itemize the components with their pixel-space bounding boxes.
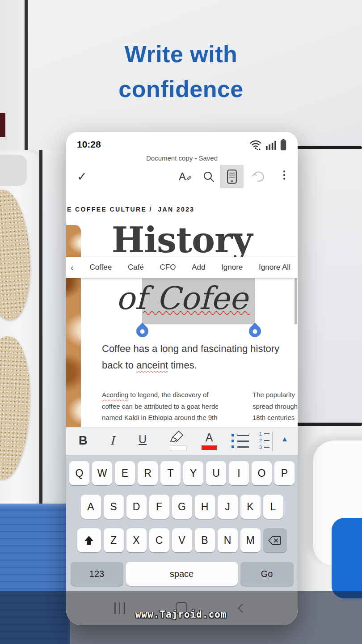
key-j[interactable]: J [218, 495, 238, 519]
background-speckled-keycap [291, 149, 362, 423]
background-key-gap-line [290, 423, 362, 426]
format-text-icon[interactable]: A✎ [179, 170, 186, 183]
key-t[interactable]: T [160, 461, 181, 485]
key-l[interactable]: L [263, 495, 283, 519]
background-tray-edge [0, 155, 27, 186]
suggestion-ignore-all[interactable]: Ignore All [259, 263, 290, 272]
key-d[interactable]: D [126, 495, 147, 519]
bullet-row [232, 445, 249, 448]
background-red-sliver [0, 113, 5, 137]
key-u[interactable]: U [206, 461, 226, 485]
document-scrollbar[interactable] [295, 278, 297, 324]
key-y[interactable]: Y [183, 461, 203, 485]
column-text: to legend, the discovery of [128, 391, 208, 398]
key-n[interactable]: N [218, 528, 238, 552]
mobile-view-button[interactable] [220, 165, 244, 188]
paragraph-line1: Coffee has a long and fascinating histor… [102, 340, 298, 357]
document-eyebrow: E COFFEE CULTURE / JAN 2023 [67, 206, 195, 213]
document-heading-line2: of Cofee [66, 283, 298, 314]
suggestion-add[interactable]: Add [192, 263, 205, 272]
document-column-left: Acording to legend, the discovery of cof… [102, 389, 218, 424]
bullet-row [232, 440, 249, 442]
signal-icon [266, 140, 277, 150]
shift-icon [84, 536, 93, 541]
hero-title: Write with confidence [0, 37, 362, 106]
undo-icon[interactable] [251, 169, 265, 183]
key-b[interactable]: B [195, 528, 215, 552]
underline-button[interactable]: U [139, 433, 147, 446]
wifi-icon [249, 139, 262, 151]
shift-icon-stem [87, 541, 91, 545]
key-x[interactable]: X [126, 528, 147, 552]
italic-button[interactable]: I [110, 434, 114, 447]
collapse-keyboard-icon[interactable]: ▲ [281, 435, 288, 443]
keyboard-row-2: A S D F G H J K L [66, 495, 298, 519]
key-h[interactable]: H [195, 495, 215, 519]
key-r[interactable]: R [138, 461, 158, 485]
document-paragraph: Coffee has a long and fascinating histor… [102, 340, 298, 373]
toolbar-divider [272, 432, 273, 451]
numbers-key[interactable]: 123 [71, 562, 123, 586]
suggestion-ignore[interactable]: Ignore [221, 263, 243, 272]
highlight-color-swatch [169, 445, 187, 450]
misspelled-word: Acording [102, 391, 128, 398]
background-blue-keycap [332, 518, 362, 598]
paragraph-text: times. [168, 360, 197, 371]
phone-mockup: 10:28 Document copy - Saved ✓ A✎ [66, 132, 298, 625]
document-title: Document copy - Saved [66, 154, 298, 162]
key-o[interactable]: O [252, 461, 272, 485]
key-g[interactable]: G [172, 495, 192, 519]
latte-art-image [66, 225, 81, 427]
suggestion-coffee[interactable]: Coffee [89, 263, 112, 272]
column-line: coffee can be attributed to a goat herde… [102, 401, 218, 412]
key-w[interactable]: W [92, 461, 112, 485]
numbered-list-button[interactable]: 1 2 3 [259, 431, 269, 450]
bold-button[interactable]: B [79, 434, 88, 448]
column-line: Acording to legend, the discovery of [102, 389, 218, 401]
column-line: named Kaldi in Ethiopia around the 9th [102, 412, 218, 424]
numbered-row: 2 [259, 438, 269, 443]
android-navbar [66, 591, 298, 625]
key-q[interactable]: Q [69, 461, 89, 485]
go-key[interactable]: Go [240, 562, 294, 586]
document-heading-line1: History [66, 223, 298, 258]
key-c[interactable]: C [149, 528, 169, 552]
backspace-key[interactable] [263, 528, 287, 552]
numbered-row: 3 [259, 445, 269, 450]
key-f[interactable]: F [149, 495, 169, 519]
battery-icon [280, 139, 286, 151]
overflow-menu-icon[interactable]: ⋮ [279, 169, 290, 181]
space-key[interactable]: space [126, 562, 238, 586]
key-z[interactable]: Z [104, 528, 124, 552]
key-k[interactable]: K [240, 495, 261, 519]
suggestion-back-icon[interactable]: ‹ [71, 263, 74, 273]
key-e[interactable]: E [115, 461, 135, 485]
accept-check-icon[interactable]: ✓ [77, 169, 87, 184]
column-line: The popularity [253, 389, 298, 401]
key-p[interactable]: P [274, 461, 295, 485]
key-s[interactable]: S [104, 495, 124, 519]
suggestion-cafe[interactable]: Café [128, 263, 144, 272]
hero-title-line1: Write with [0, 37, 362, 72]
key-i[interactable]: I [229, 461, 249, 485]
spellcheck-suggestion-bar: ‹ Coffee Café CFO Add Ignore Ignore All [66, 257, 298, 278]
bullet-list-button[interactable] [232, 434, 249, 448]
spellcheck-squiggle [143, 311, 254, 315]
document-column-right: The popularity spread through 18th centu… [253, 389, 298, 424]
font-color-letter: A [206, 431, 213, 444]
keyboard-row-1: Q W E R T Y U I O P [66, 461, 298, 485]
font-color-button[interactable]: A [201, 431, 217, 444]
highlighter-button[interactable] [168, 430, 188, 453]
search-icon[interactable] [202, 170, 215, 183]
key-a[interactable]: A [81, 495, 101, 519]
suggestion-cfo[interactable]: CFO [160, 263, 176, 272]
key-v[interactable]: V [172, 528, 192, 552]
shift-key[interactable] [77, 528, 101, 552]
backspace-icon [268, 536, 282, 545]
keyboard-row-4: 123 space Go [66, 562, 298, 586]
numbered-row: 1 [259, 431, 269, 436]
screenshot-canvas: Write with confidence 10:28 Document cop… [0, 0, 362, 644]
key-m[interactable]: M [240, 528, 261, 552]
formatting-toolbar: B I U A 1 2 3 [66, 427, 298, 455]
pencil-icon: ✎ [184, 175, 193, 182]
